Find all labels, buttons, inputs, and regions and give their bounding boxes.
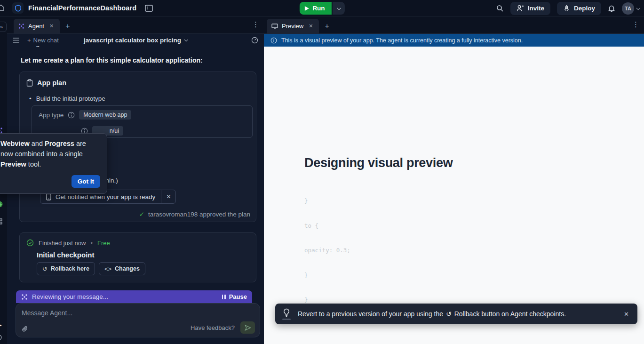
check-circle-icon: [26, 239, 34, 247]
rollback-here-button[interactable]: ↺ Rollback here: [37, 262, 95, 275]
phone-icon: [46, 193, 51, 200]
panel-menu-icon[interactable]: ⋮: [632, 20, 639, 29]
new-chat-button[interactable]: + New chat: [27, 37, 59, 44]
globe-rail-icon[interactable]: [0, 201, 3, 208]
checkpoint-title: Initial checkpoint: [37, 251, 95, 259]
agent-message: Let me create a plan for this simple cal…: [21, 56, 203, 64]
close-tab-icon[interactable]: ✕: [48, 22, 55, 30]
notifications-bell-icon[interactable]: [608, 5, 615, 12]
tooltip-text: Webview and Progress are now combined in…: [0, 138, 100, 169]
agent-tab-bar: Agent ✕ + ⋮: [7, 16, 264, 34]
panel-menu-icon[interactable]: ⋮: [252, 20, 259, 29]
info-icon: [270, 37, 277, 44]
send-icon: [245, 325, 251, 331]
got-it-button[interactable]: Got it: [72, 175, 100, 188]
play-icon: [304, 6, 309, 11]
chevron-down-icon: [636, 6, 640, 10]
status-text: Reviewing your message...: [32, 293, 108, 300]
replit-workspace: FinancialPerformanceDashboard Run Invite: [0, 0, 644, 344]
preview-panel: Preview ✕ + ⋮ This is a visual preview o…: [264, 16, 644, 344]
preview-tab-bar: Preview ✕ + ⋮: [264, 16, 644, 34]
agent-dots-icon: [21, 294, 28, 300]
invite-button[interactable]: Invite: [510, 2, 550, 15]
chat-history-icon[interactable]: [13, 37, 20, 43]
chat-header: + New chat javascript calculator box pri…: [7, 34, 264, 46]
rollback-icon: ↺: [446, 310, 452, 318]
attach-file-icon[interactable]: [22, 326, 28, 333]
search-icon[interactable]: [496, 5, 504, 12]
app-logo-shield-icon[interactable]: [12, 2, 24, 14]
changes-button[interactable]: <> Changes: [99, 262, 145, 275]
run-button-group: Run: [299, 2, 344, 15]
check-icon: ✓: [139, 210, 144, 218]
pause-button[interactable]: Pause: [222, 293, 247, 300]
tab-agent-label: Agent: [28, 23, 44, 30]
toast-text: Revert to a previous version of your app…: [298, 310, 566, 318]
preview-heading: Designing visual preview: [304, 156, 453, 170]
grid-rail-icon[interactable]: [0, 218, 2, 224]
lightbulb-icon: [283, 308, 290, 317]
home-icon[interactable]: [0, 4, 5, 11]
scrolled-message-fragment: then get the total cost: [21, 46, 124, 49]
agent-dots-icon: [18, 23, 24, 29]
agent-status-bar: Reviewing your message... Pause: [16, 290, 252, 303]
rocket-icon: [563, 5, 570, 12]
new-tab-button[interactable]: +: [60, 22, 75, 33]
tab-agent[interactable]: Agent ✕: [14, 19, 60, 33]
plan-approved-row: ✓ tarasovroman198 approved the plan: [139, 210, 250, 218]
preview-viewport: Designing visual preview } to { opacity:…: [264, 47, 644, 344]
tab-preview-label: Preview: [282, 23, 303, 30]
rollback-icon: ↺: [42, 265, 48, 272]
banner-text: This is a visual preview of your app. Th…: [281, 37, 523, 44]
plan-title: App plan: [37, 79, 66, 87]
preview-code-fragment: } to { opacity: 0.3; } }: [304, 180, 350, 320]
app-title: FinancialPerformanceDashboard: [28, 4, 136, 12]
cost-badge: Free: [97, 240, 110, 247]
visual-preview-banner: This is a visual preview of your app. Th…: [264, 34, 644, 47]
deploy-button[interactable]: Deploy: [557, 2, 601, 15]
tab-preview[interactable]: Preview ✕: [267, 19, 319, 33]
new-tab-button[interactable]: +: [319, 22, 334, 33]
account-menu[interactable]: TA: [622, 2, 639, 15]
plus-icon: +: [27, 37, 31, 44]
app-type-badge[interactable]: Modern web app: [79, 110, 131, 120]
checkpoint-card: Finished just now • Free Initial checkpo…: [19, 232, 256, 282]
code-brackets-icon: <>: [104, 265, 111, 272]
run-button[interactable]: Run: [299, 2, 331, 15]
pause-icon: [222, 295, 226, 299]
usage-gauge-icon[interactable]: [251, 37, 258, 44]
top-bar: FinancialPerformanceDashboard Run Invite: [0, 0, 644, 16]
chevron-down-icon: [184, 38, 188, 41]
tip-progress-bar: [282, 319, 291, 320]
user-rail-icon[interactable]: [0, 335, 2, 340]
plan-bullet-text: Build the initial prototype: [36, 95, 105, 102]
feedback-link[interactable]: Have feedback?: [191, 324, 235, 331]
dismiss-toast-icon[interactable]: ✕: [615, 311, 637, 318]
close-tab-icon[interactable]: ✕: [307, 22, 314, 30]
send-button[interactable]: [240, 321, 255, 334]
message-composer: Have feedback?: [16, 303, 260, 337]
sparkle-rail-icon[interactable]: ✦: [0, 321, 2, 330]
approved-text: tarasovroman198 approved the plan: [148, 211, 250, 218]
person-plus-icon: [517, 5, 524, 12]
layout-panels-icon[interactable]: [145, 5, 153, 12]
app-type-label: App type: [39, 112, 64, 119]
preview-tool-tooltip: Webview and Progress are now combined in…: [0, 133, 107, 194]
agent-rail-icon[interactable]: [0, 127, 3, 134]
info-icon[interactable]: [68, 112, 75, 119]
rollback-tip-toast: Revert to a previous version of your app…: [275, 304, 637, 324]
checkpoint-status: Finished just now: [39, 240, 86, 247]
avatar: TA: [622, 2, 634, 15]
monitor-icon: [271, 24, 278, 29]
message-input[interactable]: [22, 307, 252, 319]
chat-title-dropdown[interactable]: javascript calculator box pricing: [84, 37, 187, 44]
clipboard-icon: [26, 79, 33, 87]
expand-sidebar-button[interactable]: »: [0, 22, 7, 32]
run-options-button[interactable]: [333, 2, 345, 15]
dismiss-notify-icon[interactable]: ✕: [161, 190, 175, 203]
